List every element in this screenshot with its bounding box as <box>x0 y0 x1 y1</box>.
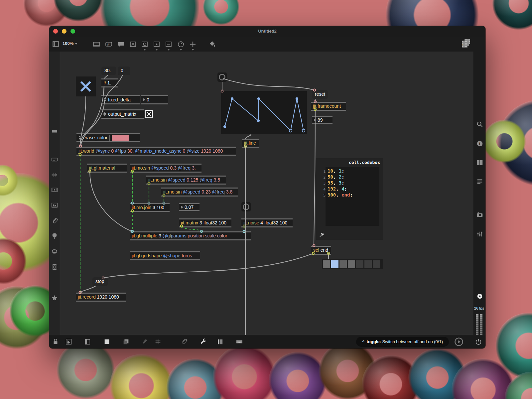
stepper-arrows-icon[interactable] <box>103 112 106 116</box>
function-envelope-editor[interactable] <box>221 91 307 134</box>
jit-line-object[interactable]: jit.line <box>242 139 259 148</box>
color-swatch[interactable] <box>112 135 129 141</box>
split-view-icon[interactable] <box>84 338 91 345</box>
paint-bucket-icon[interactable] <box>208 40 216 48</box>
attachments-icon[interactable] <box>51 217 58 225</box>
torus-decoration <box>492 0 532 30</box>
radio-cell[interactable] <box>339 260 347 268</box>
sidebar-columns-icon[interactable] <box>476 159 483 166</box>
console-icon[interactable] <box>51 156 58 163</box>
svg-text:m: m <box>107 43 109 46</box>
stepper-arrows-icon[interactable] <box>78 136 81 140</box>
object-frame-icon[interactable] <box>51 263 58 271</box>
radiogroup-cells[interactable] <box>322 259 383 269</box>
number-box-icon[interactable] <box>141 40 149 48</box>
sel-end-object[interactable]: sel end <box>311 246 331 255</box>
paperclip-add-icon[interactable] <box>181 338 188 345</box>
fixed-delta-value[interactable]: 0. <box>141 95 168 104</box>
expr-divide-object[interactable]: !/ 1. <box>101 78 118 87</box>
object-palette-icon[interactable] <box>462 39 471 48</box>
jit-noise-object[interactable]: jit.noise 4 float32 100 <box>241 218 293 227</box>
jit-world-object[interactable]: jit.world @sync 0 @fps 30. @matrix_mode_… <box>76 147 236 156</box>
torus-decoration <box>213 345 276 399</box>
right-sidebar: i 26 fps <box>473 52 485 335</box>
playbar-icon[interactable] <box>153 40 161 48</box>
torus-decoration <box>57 341 115 399</box>
chevron-down-icon <box>192 49 194 51</box>
favorites-star-icon[interactable] <box>51 294 58 302</box>
jit-record-object[interactable]: jit.record 1920 1080 <box>76 293 126 302</box>
jit-mo-sin-object-2[interactable]: jit.mo.sin @speed 0.125 @freq 3.5 <box>146 176 226 185</box>
radio-cell[interactable] <box>364 260 372 268</box>
plug-icon[interactable] <box>51 232 58 240</box>
pen-grid-icon[interactable] <box>141 338 149 345</box>
flonum-007[interactable]: 0.07 <box>179 203 200 211</box>
output-matrix-checkbox[interactable] <box>145 110 153 118</box>
list-icon[interactable] <box>476 178 483 185</box>
jit-mo-join-object[interactable]: jit.mo.join 3 100 <box>130 203 170 212</box>
menu-icon[interactable] <box>51 128 58 135</box>
layers-icon[interactable] <box>122 338 130 345</box>
erase-color-attrui[interactable]: erase_color <box>76 133 140 142</box>
jit-gl-material-object[interactable]: jit.gl.material <box>87 164 127 173</box>
zoom-control[interactable]: 100% <box>63 41 77 46</box>
object-box-icon[interactable] <box>92 40 100 48</box>
number-triangle-icon <box>143 98 145 101</box>
run-play-button[interactable] <box>454 337 464 346</box>
torus-decoration <box>203 0 239 25</box>
bang-button-noise[interactable] <box>241 202 251 211</box>
slider-icon[interactable] <box>165 40 173 48</box>
status-hint: ^toggle: Switch between off and on (0/1) <box>356 337 449 347</box>
select-arrow-icon[interactable] <box>65 338 72 345</box>
presentation-icon[interactable] <box>103 338 111 345</box>
message-box-stop[interactable]: stop <box>92 277 108 286</box>
image-icon[interactable] <box>51 201 58 209</box>
message-box-reset[interactable]: reset <box>312 90 328 99</box>
add-object-icon[interactable] <box>189 40 197 48</box>
info-icon[interactable]: i <box>476 140 483 147</box>
number-box-89[interactable]: 89 <box>312 116 332 124</box>
bang-button-function[interactable] <box>217 72 227 82</box>
wrench-icon[interactable] <box>200 338 207 345</box>
radio-cell[interactable] <box>356 260 363 268</box>
jit-mo-sin-object-3[interactable]: jit.mo.sin @speed 0.23 @freq 3.8 <box>161 188 238 197</box>
stepper-arrows-icon[interactable] <box>103 98 106 102</box>
jit-matrix-object[interactable]: jit.matrix 3 float32 100 <box>179 218 231 227</box>
radio-cell[interactable] <box>331 260 338 268</box>
radio-cell[interactable] <box>373 260 380 268</box>
torus-decoration <box>483 120 526 163</box>
grid-icon[interactable] <box>154 338 162 345</box>
message-box-30[interactable]: 30. <box>101 66 116 75</box>
toggle-object[interactable] <box>76 76 96 96</box>
jit-gl-gridshape-object[interactable]: jit.gl.gridshape @shape torus <box>130 251 200 260</box>
record-dot-icon[interactable] <box>476 293 483 300</box>
mixer-sliders-icon[interactable] <box>476 230 483 238</box>
patcher-window-icon[interactable] <box>52 40 60 48</box>
fixed-delta-attrui[interactable]: fixed_delta <box>101 95 140 104</box>
mixer-bars-icon[interactable] <box>216 338 224 345</box>
comment-icon[interactable] <box>117 40 125 48</box>
dial-icon[interactable] <box>177 40 185 48</box>
hint-keyword: toggle: <box>366 339 381 344</box>
radio-cell[interactable] <box>348 260 355 268</box>
jit-gl-multiple-object[interactable]: jit.gl.multiple 3 @glparams position sca… <box>130 231 251 240</box>
lock-icon[interactable] <box>52 338 59 345</box>
midi-header-icon[interactable] <box>51 248 58 255</box>
radio-cell[interactable] <box>323 260 330 268</box>
toggle-icon[interactable] <box>129 40 137 48</box>
search-icon[interactable] <box>476 121 483 128</box>
message-box-0[interactable]: 0 <box>118 66 130 75</box>
chevron-down-icon <box>167 49 170 51</box>
fps-indicator: 26 fps <box>474 306 484 310</box>
snapshot-camera-icon[interactable] <box>476 211 483 218</box>
jit-mo-sin-object-1[interactable]: jit.mo.sin @speed 0.3 @freq 3. <box>130 164 201 173</box>
output-matrix-attrui[interactable]: output_matrix <box>101 109 144 119</box>
video-status-icon[interactable] <box>51 186 58 194</box>
coll-codebox-object[interactable]: coll.codebox 110, 1; 250, 2; 395, 3; 419… <box>316 158 383 240</box>
audio-status-icon[interactable] <box>51 171 58 179</box>
audio-power-icon[interactable] <box>475 338 482 345</box>
jit-framecount-object[interactable]: jit.framecount <box>311 102 346 111</box>
message-box-icon[interactable]: m <box>105 40 113 48</box>
keyboard-icon[interactable] <box>236 338 243 345</box>
hammer-icon[interactable] <box>319 232 324 238</box>
